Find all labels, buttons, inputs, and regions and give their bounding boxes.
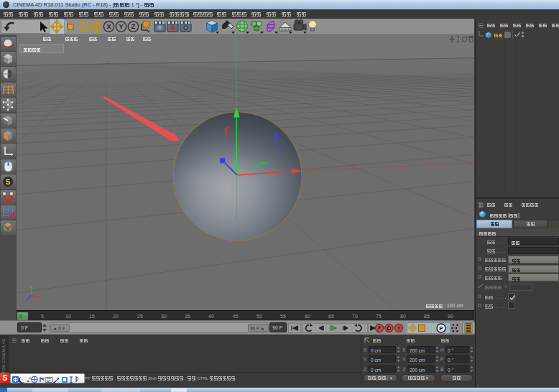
svg-text:P: P bbox=[439, 325, 443, 332]
svg-text:X: X bbox=[106, 23, 111, 30]
svg-text:Y: Y bbox=[119, 23, 123, 30]
svg-text:?: ? bbox=[397, 325, 401, 332]
svg-text:S: S bbox=[6, 178, 11, 186]
svg-text:Z: Z bbox=[131, 23, 136, 30]
